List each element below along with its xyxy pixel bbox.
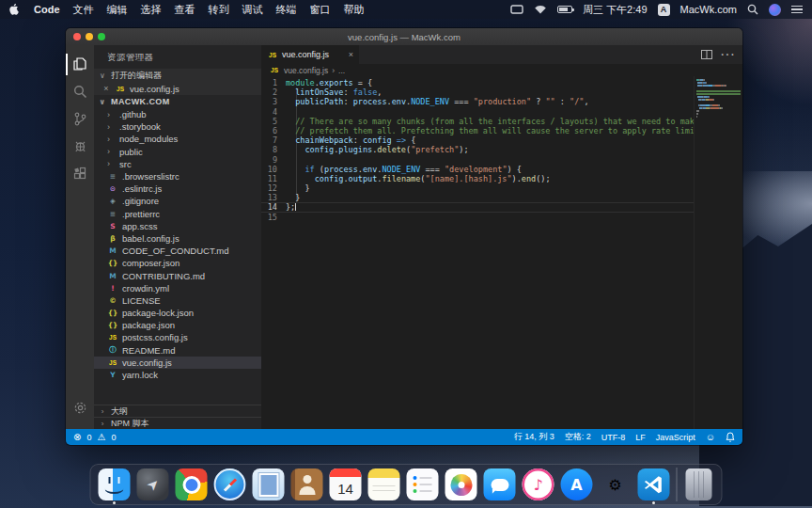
notifications-bell-icon[interactable] <box>726 432 735 442</box>
active-app-name[interactable]: Code <box>34 4 60 15</box>
system-preferences-app-icon[interactable]: ⚙ <box>600 468 632 500</box>
reminders-app-icon[interactable] <box>407 468 439 500</box>
window-title-bar[interactable]: vue.config.js — MacWk.com <box>66 28 742 45</box>
code-line-15[interactable]: 15 <box>261 213 742 222</box>
warnings-count[interactable]: 0 <box>111 433 116 442</box>
search-icon[interactable] <box>66 78 94 105</box>
code-line-12[interactable]: 12 } <box>261 183 742 193</box>
close-icon[interactable]: × <box>102 84 111 93</box>
more-actions-icon[interactable]: ··· <box>720 46 735 63</box>
explorer-icon[interactable] <box>66 51 94 78</box>
file-package.json[interactable]: {}package.json <box>94 319 261 331</box>
menu-item[interactable]: 转到 <box>209 4 229 15</box>
breadcrumb[interactable]: JS vue.config.js › ... <box>261 64 742 76</box>
file-LICENSE[interactable]: ©LICENSE <box>94 294 261 307</box>
menu-item[interactable]: 选择 <box>141 4 162 15</box>
tab-vue-config[interactable]: JS vue.config.js × <box>261 45 359 64</box>
code-line-1[interactable]: 1module.exports = { <box>261 78 742 87</box>
code-line-8[interactable]: 8 config.plugins.delete("prefetch"); <box>261 145 742 154</box>
file-composer.json[interactable]: {}composer.json <box>94 257 261 269</box>
display-icon[interactable] <box>510 5 523 15</box>
code-line-5[interactable]: 5 // There are so many chunks (from all … <box>261 117 742 126</box>
file-vue.config.js[interactable]: JSvue.config.js <box>94 357 261 369</box>
file-babel.config.js[interactable]: βbabel.config.js <box>94 232 261 245</box>
menubar-clock[interactable]: 周三 下午2:49 <box>583 3 647 17</box>
calendar-app-icon[interactable]: 14 <box>330 468 362 500</box>
menubar-brand-text[interactable]: MacWk.com <box>680 4 738 15</box>
open-editor-item[interactable]: × JS vue.config.js <box>94 82 261 95</box>
spotlight-search-icon[interactable] <box>747 4 758 15</box>
code-line-10[interactable]: 10 if (process.env.NODE_ENV === "develop… <box>261 165 742 174</box>
section-大纲[interactable]: ›大纲 <box>94 405 261 417</box>
file-postcss.config.js[interactable]: JSpostcss.config.js <box>94 331 261 343</box>
file-.prettierrc[interactable]: ≡.prettierrc <box>94 208 261 220</box>
errors-count[interactable]: 0 <box>86 433 91 442</box>
folder-node_modules[interactable]: ›node_modules <box>94 133 261 145</box>
close-window-button[interactable] <box>73 33 81 40</box>
code-line-14[interactable]: 14}; <box>261 202 742 212</box>
folder-public[interactable]: ›public <box>94 146 261 158</box>
itunes-app-icon[interactable]: ♪ <box>523 468 554 500</box>
status-item[interactable]: LF <box>635 433 646 442</box>
minimize-window-button[interactable] <box>86 33 93 40</box>
file-app.scss[interactable]: Sapp.scss <box>94 220 261 232</box>
file-.gitignore[interactable]: ◈.gitignore <box>94 195 261 207</box>
open-editors-section-header[interactable]: ∨ 打开的编辑器 <box>94 69 261 82</box>
mail-app-icon[interactable] <box>253 468 285 500</box>
section-NPM 脚本[interactable]: ›NPM 脚本 <box>94 417 261 429</box>
menu-item[interactable]: 文件 <box>73 4 94 15</box>
code-line-13[interactable]: 13 } <box>261 193 742 202</box>
close-tab-icon[interactable]: × <box>349 50 353 59</box>
notification-center-icon[interactable] <box>791 6 803 14</box>
code-line-6[interactable]: 6 // prefetch them all. Prefetching them… <box>261 126 742 135</box>
menu-item[interactable]: 帮助 <box>344 4 365 15</box>
contacts-app-icon[interactable] <box>291 468 323 500</box>
code-line-4[interactable]: 4 <box>261 107 742 117</box>
project-section-header[interactable]: ∨ MACWK.COM <box>94 95 261 108</box>
status-item[interactable]: JavaScript <box>656 433 695 442</box>
source-control-icon[interactable] <box>66 105 94 133</box>
file-CODE_OF_CONDUCT.md[interactable]: MCODE_OF_CONDUCT.md <box>94 245 261 257</box>
file-.eslintrc.js[interactable]: ⊙.eslintrc.js <box>94 183 261 195</box>
folder-src[interactable]: ›src <box>94 158 261 170</box>
battery-icon[interactable] <box>557 6 572 13</box>
safari-app-icon[interactable] <box>214 468 246 500</box>
photos-app-icon[interactable] <box>445 468 477 500</box>
notes-app-icon[interactable] <box>368 468 400 500</box>
wifi-icon[interactable] <box>534 5 547 15</box>
trash-icon[interactable] <box>684 468 714 500</box>
minimap[interactable] <box>694 76 742 429</box>
launchpad-app-icon[interactable]: ➤ <box>137 468 169 500</box>
chrome-app-icon[interactable] <box>176 468 208 500</box>
code-line-11[interactable]: 11 config.output.filename("[name].[hash]… <box>261 174 742 183</box>
code-line-7[interactable]: 7 chainWebpack: config => { <box>261 135 742 145</box>
status-item[interactable]: 空格: 2 <box>565 431 591 443</box>
extensions-icon[interactable] <box>66 160 94 187</box>
menu-item[interactable]: 窗口 <box>310 4 331 15</box>
status-item[interactable]: 行 14, 列 3 <box>514 431 554 443</box>
folder-.storybook[interactable]: ›.storybook <box>94 120 261 133</box>
zoom-window-button[interactable] <box>98 33 105 40</box>
vscode-app-icon[interactable] <box>638 468 670 500</box>
status-item[interactable]: UTF-8 <box>601 433 626 442</box>
manage-gear-icon[interactable] <box>66 394 94 421</box>
input-method-icon[interactable]: A <box>658 4 670 16</box>
feedback-smiley-icon[interactable]: ☺ <box>706 432 715 442</box>
split-editor-icon[interactable] <box>701 50 712 59</box>
file-yarn.lock[interactable]: Yyarn.lock <box>94 369 261 381</box>
file-.browserslistrc[interactable]: ≡.browserslistrc <box>94 170 261 183</box>
folder-.github[interactable]: ›.github <box>94 108 261 120</box>
menu-item[interactable]: 查看 <box>175 4 195 15</box>
siri-icon[interactable] <box>769 4 781 16</box>
menu-item[interactable]: 调试 <box>242 4 263 15</box>
menu-item[interactable]: 终端 <box>276 4 297 15</box>
menu-item[interactable]: 编辑 <box>107 4 128 15</box>
file-README.md[interactable]: ⓘREADME.md <box>94 344 261 357</box>
messages-app-icon[interactable] <box>484 468 516 500</box>
code-line-3[interactable]: 3 publicPath: process.env.NODE_ENV === "… <box>261 97 742 106</box>
appstore-app-icon[interactable]: A <box>561 468 593 500</box>
code-line-2[interactable]: 2 lintOnSave: false, <box>261 87 742 97</box>
code-line-9[interactable]: 9 <box>261 155 742 165</box>
file-crowdin.yml[interactable]: !crowdin.yml <box>94 282 261 294</box>
warnings-icon[interactable]: ⚠ <box>97 432 105 442</box>
